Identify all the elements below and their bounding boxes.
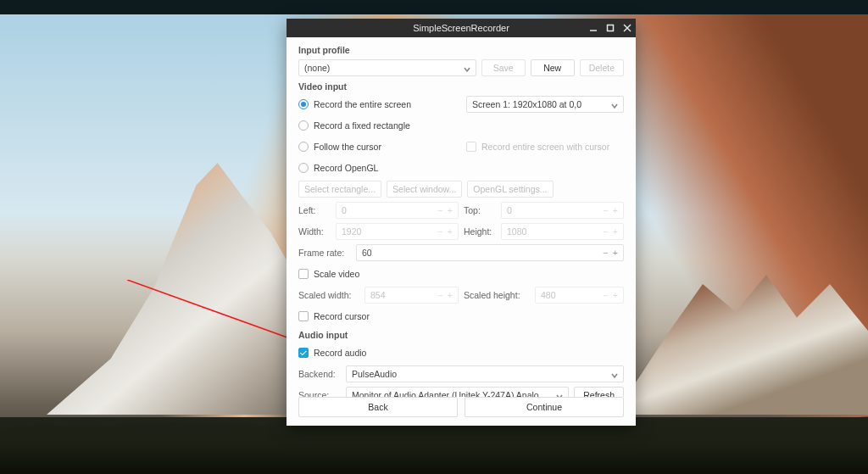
maximize-button[interactable]: [605, 23, 615, 33]
profile-save-button[interactable]: Save: [481, 59, 526, 76]
mountain-illustration-2: [614, 228, 868, 415]
minimize-button[interactable]: [588, 23, 598, 33]
height-input: 1080− +: [501, 223, 624, 240]
scaled-height-input: 480− +: [535, 287, 624, 304]
height-label: Height:: [464, 226, 496, 237]
label-record-with-cursor: Record entire screen with cursor: [481, 142, 609, 152]
label-scale-video: Scale video: [314, 269, 359, 279]
radio-follow-cursor[interactable]: [298, 142, 309, 152]
backend-select[interactable]: PulseAudio: [346, 365, 624, 382]
backend-label: Backend:: [298, 369, 341, 379]
top-label: Top:: [464, 205, 496, 215]
chevron-down-icon: [464, 64, 470, 71]
input-profile-heading: Input profile: [298, 45, 624, 55]
framerate-label: Frame rate:: [298, 248, 351, 258]
top-input: 0− +: [501, 202, 624, 219]
radio-fixed-rect[interactable]: [298, 120, 309, 131]
back-button[interactable]: Back: [298, 397, 458, 417]
source-label: Source:: [298, 390, 341, 397]
checkbox-record-audio[interactable]: [298, 348, 309, 358]
screen-select-value: Screen 1: 1920x1080 at 0,0: [472, 99, 581, 109]
app-window: SimpleScreenRecorder Input profile (none…: [287, 19, 636, 426]
profile-delete-button[interactable]: Delete: [580, 59, 624, 76]
chevron-down-icon: [611, 371, 618, 377]
profile-select[interactable]: (none): [298, 59, 476, 76]
select-window-button: Select window...: [387, 181, 462, 198]
radio-entire-screen[interactable]: [298, 99, 309, 109]
chevron-down-icon: [611, 101, 618, 108]
desktop-wallpaper: SimpleScreenRecorder Input profile (none…: [0, 0, 868, 474]
video-input-heading: Video input: [298, 81, 624, 92]
source-select[interactable]: Monitor of Audio Adapter (Unitek Y-247A)…: [346, 387, 569, 397]
framerate-input[interactable]: 60− +: [356, 244, 624, 261]
scaled-width-input: 854− +: [364, 287, 459, 304]
label-entire-screen: Record the entire screen: [314, 99, 411, 109]
left-input: 0− +: [336, 202, 459, 219]
source-select-value: Monitor of Audio Adapter (Unitek Y-247A)…: [352, 390, 551, 397]
screen-select[interactable]: Screen 1: 1920x1080 at 0,0: [466, 96, 624, 113]
radio-opengl[interactable]: [298, 163, 309, 173]
refresh-button[interactable]: Refresh: [574, 387, 624, 397]
continue-button[interactable]: Continue: [465, 397, 624, 417]
profile-select-value: (none): [304, 63, 330, 73]
left-label: Left:: [298, 205, 331, 215]
window-title: SimpleScreenRecorder: [413, 23, 509, 33]
close-button[interactable]: [622, 23, 632, 33]
checkbox-record-cursor[interactable]: [298, 311, 309, 321]
checkbox-scale-video[interactable]: [298, 269, 309, 279]
label-opengl: Record OpenGL: [314, 163, 378, 173]
opengl-settings-button: OpenGL settings...: [467, 181, 553, 198]
titlebar[interactable]: SimpleScreenRecorder: [287, 19, 636, 37]
checkbox-record-with-cursor: [466, 142, 476, 152]
width-input: 1920− +: [336, 223, 459, 240]
label-record-cursor: Record cursor: [314, 311, 370, 321]
scaled-height-label: Scaled height:: [464, 290, 530, 300]
profile-new-button[interactable]: New: [531, 59, 575, 76]
label-follow-cursor: Follow the cursor: [314, 142, 381, 152]
scaled-width-label: Scaled width:: [298, 290, 359, 300]
backend-select-value: PulseAudio: [352, 369, 397, 379]
label-fixed-rect: Record a fixed rectangle: [314, 120, 410, 131]
select-rectangle-button: Select rectangle...: [298, 181, 381, 198]
svg-rect-2: [608, 25, 614, 31]
label-record-audio: Record audio: [314, 348, 366, 358]
width-label: Width:: [298, 226, 331, 237]
audio-input-heading: Audio input: [298, 330, 624, 340]
